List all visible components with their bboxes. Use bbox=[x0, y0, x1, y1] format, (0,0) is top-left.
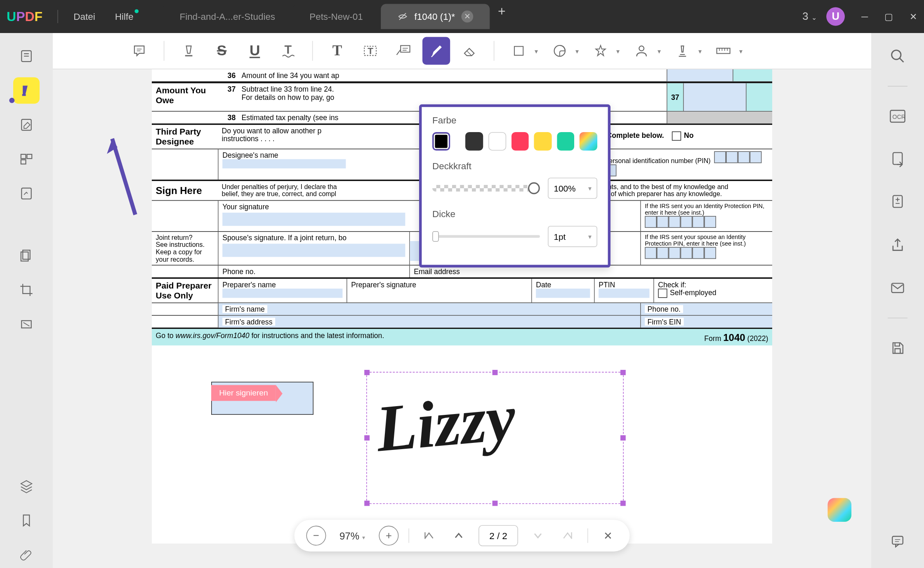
first-page-button[interactable] bbox=[419, 526, 439, 546]
callout-tool[interactable] bbox=[389, 37, 417, 65]
save-icon[interactable] bbox=[884, 335, 911, 361]
tab-1[interactable]: Pets-New-01 bbox=[293, 4, 379, 29]
tab-0[interactable]: Find-and-A...er-Studies bbox=[163, 4, 292, 29]
no-preview-icon bbox=[397, 11, 408, 22]
comment-tool-icon[interactable] bbox=[13, 77, 40, 104]
organize-icon[interactable] bbox=[13, 146, 40, 173]
ocr-icon[interactable]: OCR bbox=[884, 103, 911, 130]
eraser-tool[interactable] bbox=[455, 37, 483, 65]
contact-tool[interactable] bbox=[628, 37, 655, 65]
squiggly-tool[interactable]: T bbox=[274, 37, 302, 65]
svg-rect-11 bbox=[21, 252, 28, 261]
svg-text:OCR: OCR bbox=[892, 114, 905, 120]
next-page-button[interactable] bbox=[528, 526, 548, 546]
search-icon[interactable] bbox=[884, 43, 911, 69]
color-label: Farbe bbox=[432, 115, 597, 125]
crop-icon[interactable] bbox=[13, 277, 40, 303]
svg-text:T: T bbox=[368, 46, 373, 56]
thickness-value[interactable]: 1pt▾ bbox=[548, 226, 597, 247]
stamp-tool[interactable] bbox=[587, 37, 614, 65]
comments-panel-icon[interactable] bbox=[884, 528, 911, 555]
convert-icon[interactable] bbox=[884, 146, 911, 173]
window-minimize[interactable]: ─ bbox=[861, 11, 868, 22]
prev-page-button[interactable] bbox=[449, 526, 469, 546]
arrow-annotation bbox=[106, 135, 145, 221]
svg-rect-7 bbox=[27, 154, 32, 159]
annotation-toolbar: S U T T T bbox=[53, 33, 871, 69]
svg-rect-6 bbox=[21, 154, 26, 159]
opacity-label: Deckkraft bbox=[432, 161, 597, 171]
color-swatch-darkgrey[interactable] bbox=[466, 132, 483, 151]
pencil-style-popup: Farbe Deckkraft 100%▾ Dicke bbox=[419, 104, 610, 267]
notification-count[interactable]: 3 ⌄ bbox=[802, 11, 816, 23]
compress-icon[interactable] bbox=[884, 189, 911, 215]
svg-text:T: T bbox=[285, 43, 292, 56]
share-icon[interactable] bbox=[884, 232, 911, 258]
svg-line-23 bbox=[467, 51, 472, 56]
zoom-out-button[interactable]: − bbox=[306, 526, 326, 546]
color-swatch-red[interactable] bbox=[511, 132, 529, 151]
tab-add-button[interactable]: + bbox=[491, 4, 512, 29]
color-swatch-black[interactable] bbox=[432, 132, 450, 151]
color-swatch-yellow[interactable] bbox=[534, 132, 552, 151]
bookmark-icon[interactable] bbox=[13, 507, 40, 534]
measure-tool[interactable] bbox=[710, 37, 737, 65]
svg-rect-4 bbox=[22, 94, 26, 96]
underline-tool[interactable]: U bbox=[241, 37, 269, 65]
fill-sign-icon[interactable] bbox=[13, 180, 40, 207]
svg-rect-40 bbox=[892, 536, 903, 544]
opacity-slider[interactable] bbox=[432, 185, 540, 192]
pencil-tool[interactable] bbox=[422, 37, 450, 65]
zoom-page-bar: − 97% ▾ + ✕ bbox=[295, 520, 630, 551]
svg-point-26 bbox=[639, 46, 644, 51]
email-icon[interactable] bbox=[884, 275, 911, 301]
signature-tool[interactable] bbox=[669, 37, 696, 65]
zoom-in-button[interactable]: + bbox=[379, 526, 398, 546]
layers-icon[interactable] bbox=[13, 473, 40, 499]
close-bar-button[interactable]: ✕ bbox=[598, 526, 618, 546]
ai-assistant-button[interactable] bbox=[827, 498, 851, 522]
sign-here-tag[interactable]: Hier signieren bbox=[211, 385, 276, 401]
svg-point-33 bbox=[892, 50, 901, 59]
avatar[interactable]: U bbox=[826, 7, 845, 26]
sticker-tool[interactable] bbox=[546, 37, 573, 65]
zoom-value[interactable]: 97% ▾ bbox=[336, 530, 369, 541]
thickness-slider[interactable] bbox=[432, 235, 540, 238]
pages-icon[interactable] bbox=[13, 242, 40, 269]
highlight-tool[interactable] bbox=[175, 37, 203, 65]
svg-rect-9 bbox=[21, 188, 31, 199]
edit-text-icon[interactable] bbox=[13, 111, 40, 138]
tab-2[interactable]: f1040 (1)* ✕ bbox=[381, 4, 490, 29]
opacity-value[interactable]: 100%▾ bbox=[548, 178, 597, 199]
textbox-tool[interactable]: T bbox=[356, 37, 384, 65]
shape-tool[interactable] bbox=[505, 37, 533, 65]
menu-help[interactable]: Hilfe bbox=[115, 11, 134, 22]
page-input[interactable] bbox=[478, 525, 518, 546]
app-logo: UPDF bbox=[7, 9, 42, 24]
titlebar: UPDF Datei Hilfe Find-and-A...er-Studies… bbox=[0, 0, 924, 33]
window-maximize[interactable]: ▢ bbox=[884, 11, 893, 22]
text-tool[interactable]: T bbox=[323, 37, 351, 65]
note-tool[interactable] bbox=[125, 37, 153, 65]
last-page-button[interactable] bbox=[558, 526, 578, 546]
menu-file[interactable]: Datei bbox=[73, 11, 95, 22]
svg-rect-24 bbox=[514, 47, 523, 55]
color-swatch-white[interactable] bbox=[488, 132, 506, 151]
signature-text[interactable]: Lizzy bbox=[373, 379, 519, 467]
sidebar-left bbox=[0, 33, 53, 568]
svg-rect-20 bbox=[401, 45, 410, 52]
reader-icon[interactable] bbox=[13, 43, 40, 69]
tab-close-icon[interactable]: ✕ bbox=[462, 11, 474, 23]
window-close[interactable]: ✕ bbox=[910, 11, 917, 22]
redact-icon[interactable] bbox=[13, 311, 40, 338]
svg-rect-8 bbox=[21, 160, 26, 164]
attachment-icon[interactable] bbox=[13, 542, 40, 568]
color-swatch-custom[interactable] bbox=[580, 132, 597, 151]
svg-line-13 bbox=[24, 322, 30, 326]
sidebar-right: OCR bbox=[871, 33, 924, 568]
color-swatch-teal[interactable] bbox=[557, 132, 575, 151]
strikethrough-tool[interactable]: S bbox=[208, 37, 236, 65]
svg-rect-39 bbox=[892, 283, 904, 292]
thickness-label: Dicke bbox=[432, 209, 597, 220]
svg-rect-28 bbox=[717, 48, 730, 54]
